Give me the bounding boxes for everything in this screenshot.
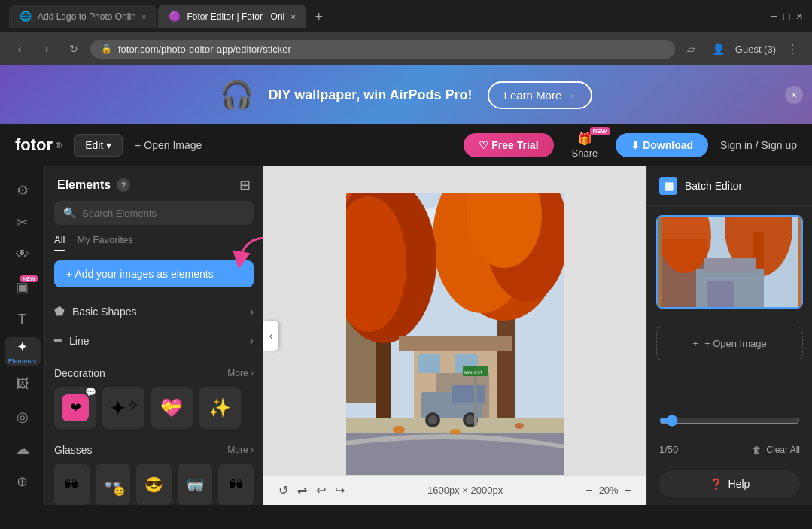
sidebar-item-eye[interactable]: 👁 [5, 240, 41, 269]
elements-panel: Elements ? ⊞ 🔍 All My Favorites + Add yo… [45, 166, 263, 505]
photo-icon: 🖼 [16, 376, 29, 392]
help-button[interactable]: ❓ Help [659, 470, 800, 497]
tab1-favicon: 🌐 [20, 11, 32, 22]
panel-tabs: All My Favorites [45, 234, 263, 251]
browser-tab-2[interactable]: 🟣 Fotor Editor | Fotor - Online... × [158, 5, 306, 28]
filter-icon: ◎ [17, 409, 29, 425]
batch-editor-icon: ▦ [659, 177, 677, 195]
decoration-more-button[interactable]: More › [227, 368, 254, 379]
svg-rect-42 [704, 258, 756, 273]
sidebar-item-settings[interactable]: ⚙ [5, 175, 41, 205]
sidebar-item-elements[interactable]: ✦ Elements [5, 337, 41, 366]
line-icon: ━ [54, 333, 62, 348]
back-button[interactable]: ‹ [9, 38, 30, 59]
share-badge: NEW [590, 127, 610, 135]
glasses-item-5[interactable]: 🕶 [218, 464, 254, 505]
decoration-item-2[interactable]: ✦⟡ [102, 387, 144, 429]
tab2-close-icon[interactable]: × [290, 12, 295, 21]
forward-button[interactable]: › [36, 38, 57, 59]
maximize-button[interactable]: □ [783, 11, 789, 23]
sidebar-item-photo[interactable]: 🖼 [5, 369, 41, 399]
banner-text: DIY wallpaper, win AirPods Pro! [269, 87, 473, 103]
help-icon[interactable]: ? [117, 178, 130, 192]
line-label: Line [69, 335, 89, 347]
grid-view-button[interactable]: ⊞ [239, 177, 251, 193]
browser-chrome: 🌐 Add Logo to Photo Online for... × 🟣 Fo… [0, 0, 812, 65]
close-button[interactable]: × [796, 10, 803, 23]
open-image-button[interactable]: + Open Image [135, 139, 202, 151]
tab2-favicon: 🟣 [169, 11, 181, 22]
svg-point-27 [428, 415, 437, 424]
url-text: fotor.com/photo-editor-app/editor/sticke… [118, 44, 291, 55]
cloud-icon: ☁ [16, 441, 29, 458]
new-tab-button[interactable]: + [308, 5, 330, 28]
more-icon: ⊕ [17, 473, 28, 490]
zoom-out-button[interactable]: − [585, 484, 592, 497]
slider-area [647, 415, 812, 436]
menu-button[interactable]: ⋮ [782, 38, 803, 59]
search-icon: 🔍 [63, 207, 76, 219]
text-icon: T [18, 312, 26, 327]
refresh-button[interactable]: ↻ [63, 38, 84, 59]
search-bar[interactable]: 🔍 [54, 201, 254, 225]
zoom-in-button[interactable]: + [625, 484, 631, 497]
batch-thumbnail[interactable] [656, 215, 803, 309]
account-button[interactable]: 👤 [708, 38, 729, 59]
tab2-title: Fotor Editor | Fotor - Online... [187, 11, 284, 22]
lock-icon: 🔒 [101, 44, 112, 54]
sidebar-item-cloud[interactable]: ☁ [5, 434, 41, 464]
sidebar-item-layers[interactable]: NEW ▣ [5, 272, 41, 302]
rotate-button[interactable]: ↺ [278, 483, 288, 497]
glasses-item-3[interactable]: 😎 [136, 464, 172, 505]
svg-point-35 [450, 429, 461, 435]
promo-banner: 🎧 DIY wallpaper, win AirPods Pro! Learn … [0, 65, 812, 124]
browser-tab-1[interactable]: 🌐 Add Logo to Photo Online for... × [9, 5, 157, 28]
clear-all-button[interactable]: 🗑 Clear All [753, 445, 800, 455]
share-button[interactable]: NEW 🎁 Share [560, 126, 610, 165]
tab-all[interactable]: All [54, 234, 65, 251]
glasses-more-button[interactable]: More › [227, 445, 254, 455]
panel-title: Elements ? [57, 178, 130, 192]
sidebar-item-filter[interactable]: ◎ [5, 402, 41, 431]
flip-button[interactable]: ⇌ [297, 483, 307, 497]
tab1-close-icon[interactable]: × [141, 12, 146, 21]
cast-button[interactable]: ▱ [681, 38, 702, 59]
learn-more-button[interactable]: Learn More → [488, 81, 593, 109]
guest-label: Guest (3) [735, 44, 776, 55]
glasses-item-1[interactable]: 🕶 [54, 464, 90, 505]
banner-close-button[interactable]: × [785, 86, 803, 104]
open-image-right-button[interactable]: + + Open Image [656, 327, 803, 360]
glasses-item-2[interactable]: 👓😊 [96, 464, 131, 505]
sidebar-icons: ⚙ ✂ 👁 NEW ▣ T ✦ Elements 🖼 ◎ ☁ ⊕ [0, 166, 45, 505]
signin-button[interactable]: Sign in / Sign up [720, 139, 797, 151]
sidebar-item-more[interactable]: ⊕ [5, 467, 41, 496]
download-button[interactable]: ⬇ Download [616, 133, 708, 157]
redo-button[interactable]: ↪ [335, 483, 345, 497]
opacity-slider[interactable] [659, 415, 800, 427]
tab-favorites[interactable]: My Favorites [77, 234, 132, 251]
sidebar-item-crop[interactable]: ✂ [5, 208, 41, 237]
decoration-item-3[interactable]: 💝 [151, 387, 193, 429]
free-trial-button[interactable]: ♡ Free Trial [464, 133, 553, 157]
decoration-item-4[interactable]: ✨ [199, 387, 241, 429]
line-row[interactable]: ━ Line › [45, 326, 263, 355]
airpods-icon: 🎧 [220, 79, 254, 111]
svg-rect-43 [707, 281, 734, 307]
undo-button[interactable]: ↩ [316, 483, 326, 497]
pagination-area: 1/50 🗑 Clear All [647, 436, 812, 463]
search-input[interactable] [82, 208, 245, 219]
edit-button[interactable]: Edit ▾ [74, 134, 123, 157]
svg-rect-22 [418, 354, 440, 373]
add-elements-button[interactable]: + Add your images as elements [54, 260, 254, 287]
decoration-item-1[interactable]: ❤ 💬 [54, 387, 96, 429]
collapse-panel-button[interactable]: ‹ [263, 321, 278, 351]
minimize-button[interactable]: − [771, 10, 777, 23]
glasses-item-4[interactable]: 🥽 [178, 464, 213, 505]
sidebar-item-text[interactable]: T [5, 305, 41, 334]
decoration-title: Decoration [54, 367, 105, 379]
right-panel: ▦ Batch Editor + + Open Image [646, 166, 812, 505]
new-badge: NEW [20, 275, 37, 282]
address-bar[interactable]: 🔒 fotor.com/photo-editor-app/editor/stic… [90, 40, 675, 59]
settings-icon: ⚙ [17, 182, 29, 199]
basic-shapes-row[interactable]: ⬟ Basic Shapes › [45, 296, 263, 326]
